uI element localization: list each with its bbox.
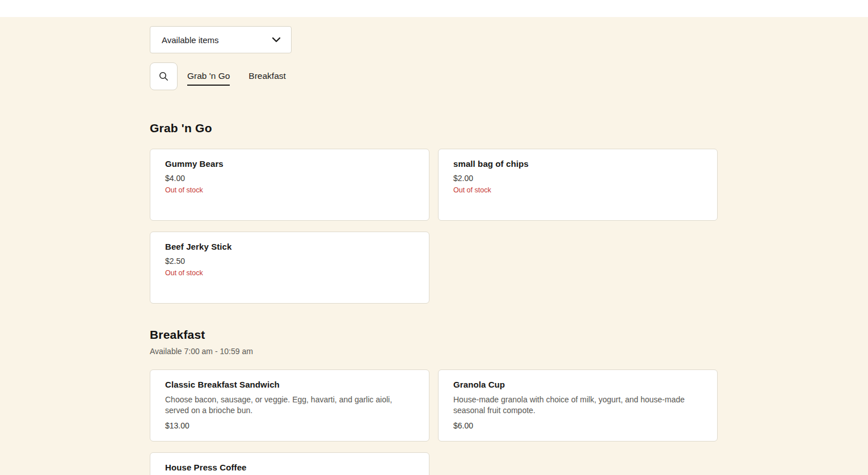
menu-item-card[interactable]: House Press Coffee	[150, 452, 429, 475]
menu-section: Breakfast Available 7:00 am - 10:59 am C…	[150, 328, 718, 475]
menu-category-tabs: Grab 'n Go Breakfast	[187, 68, 305, 86]
search-button[interactable]	[150, 62, 178, 90]
item-name: Beef Jerky Stick	[165, 242, 414, 251]
item-status: Out of stock	[165, 269, 414, 277]
section-title: Grab 'n Go	[150, 121, 718, 135]
item-name: Classic Breakfast Sandwich	[165, 380, 414, 389]
section-availability: Available 7:00 am - 10:59 am	[150, 347, 718, 356]
menu-item-card[interactable]: Beef Jerky Stick $2.50 Out of stock	[150, 232, 429, 304]
item-price: $6.00	[453, 421, 702, 430]
menu-item-card[interactable]: Granola Cup House-made granola with choi…	[438, 369, 718, 442]
menu-item-card[interactable]: small bag of chips $2.00 Out of stock	[438, 149, 718, 221]
section-title: Breakfast	[150, 328, 718, 342]
availability-filter-value: Available items	[162, 35, 219, 45]
menu-tab[interactable]: Breakfast	[248, 68, 285, 86]
item-name: House Press Coffee	[165, 463, 414, 472]
top-bar	[0, 0, 868, 17]
item-description: House-made granola with choice of milk, …	[453, 394, 702, 416]
menu-sections: Grab 'n Go Gummy Bears $4.00 Out of stoc…	[150, 121, 718, 475]
item-name: Granola Cup	[453, 380, 702, 389]
item-name: small bag of chips	[453, 159, 702, 169]
menu-item-card[interactable]: Classic Breakfast Sandwich Choose bacon,…	[150, 369, 429, 442]
search-icon	[159, 72, 168, 81]
menu-tab[interactable]: Grab 'n Go	[187, 68, 230, 86]
availability-filter-dropdown[interactable]: Available items	[150, 26, 292, 53]
chevron-down-icon	[272, 37, 281, 43]
item-price: $13.00	[165, 421, 414, 430]
item-price: $4.00	[165, 174, 414, 183]
item-description: Choose bacon, sausage, or veggie. Egg, h…	[165, 394, 414, 416]
item-status: Out of stock	[165, 186, 414, 194]
item-name: Gummy Bears	[165, 159, 414, 169]
menu-section: Grab 'n Go Gummy Bears $4.00 Out of stoc…	[150, 121, 718, 304]
menu-page: Available items Grab 'n Go Breakfast Gra…	[150, 26, 718, 475]
card-grid: Gummy Bears $4.00 Out of stock small bag…	[150, 149, 718, 304]
item-price: $2.00	[453, 174, 702, 183]
menu-item-card[interactable]: Gummy Bears $4.00 Out of stock	[150, 149, 429, 221]
card-grid: Classic Breakfast Sandwich Choose bacon,…	[150, 369, 718, 475]
item-status: Out of stock	[453, 186, 702, 194]
item-price: $2.50	[165, 257, 414, 266]
menu-toolbar: Grab 'n Go Breakfast	[150, 62, 718, 90]
